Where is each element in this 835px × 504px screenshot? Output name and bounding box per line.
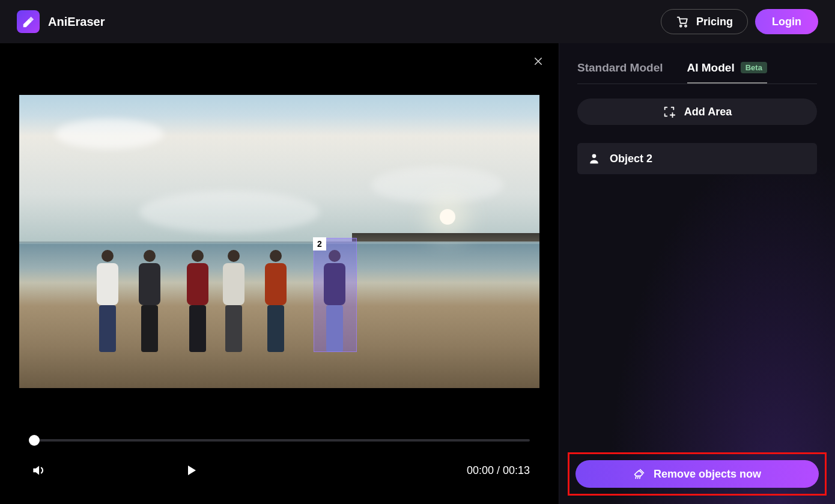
login-button[interactable]: Login — [755, 9, 818, 34]
add-area-button[interactable]: Add Area — [577, 99, 817, 125]
spacer — [577, 174, 817, 452]
decor-cloud — [139, 191, 320, 233]
volume-button[interactable] — [29, 461, 48, 480]
progress-track — [29, 439, 530, 442]
pricing-button[interactable]: Pricing — [661, 9, 748, 34]
time-current: 00:00 — [467, 464, 494, 476]
remove-objects-button[interactable]: Remove objects now — [575, 460, 819, 488]
controls-row: 00:00 / 00:13 — [29, 461, 530, 480]
time-total: 00:13 — [503, 464, 530, 476]
object-item[interactable]: Object 2 — [577, 143, 817, 174]
tab-label: Standard Model — [577, 61, 663, 74]
time-display: 00:00 / 00:13 — [467, 464, 530, 477]
decor-person — [260, 250, 292, 352]
canvas-wrap: 2 — [0, 43, 559, 427]
main: 2 00:00 / 00:13 — [0, 43, 835, 504]
remove-label: Remove objects now — [654, 468, 761, 481]
time-sep: / — [494, 464, 503, 476]
decor-pier — [352, 233, 539, 241]
decor-person — [91, 250, 124, 352]
video-canvas[interactable]: 2 — [19, 95, 539, 388]
pricing-label: Pricing — [696, 16, 733, 28]
decor-cloud — [55, 119, 163, 149]
decor-person — [133, 250, 166, 352]
decor-person — [217, 250, 250, 352]
object-label: Object 2 — [610, 153, 652, 165]
decor-sun — [440, 209, 455, 225]
decor-cloud — [371, 167, 503, 203]
add-area-icon — [663, 105, 676, 118]
header-actions: Pricing Login — [661, 9, 818, 34]
person-icon — [588, 153, 600, 165]
tab-ai-model[interactable]: AI Model Beta — [687, 53, 767, 83]
beta-badge: Beta — [741, 62, 767, 73]
decor-horizon — [19, 241, 539, 243]
svg-point-2 — [592, 154, 597, 159]
sidebar: Standard Model AI Model Beta Add Area Ob… — [559, 43, 835, 504]
app-logo-icon — [17, 10, 40, 33]
close-button[interactable] — [530, 53, 547, 70]
decor-person — [181, 250, 214, 352]
svg-point-1 — [685, 25, 687, 27]
model-tabs: Standard Model AI Model Beta — [577, 53, 817, 84]
broom-icon — [633, 468, 645, 480]
app-header: AniEraser Pricing Login — [0, 0, 835, 43]
tab-label: AI Model — [687, 61, 735, 74]
editor-pane: 2 00:00 / 00:13 — [0, 43, 559, 504]
login-label: Login — [772, 16, 801, 28]
player-controls: 00:00 / 00:13 — [0, 427, 559, 504]
brand: AniEraser — [17, 10, 105, 33]
svg-point-0 — [680, 25, 682, 27]
selection-tag: 2 — [313, 237, 326, 250]
play-button[interactable] — [181, 461, 201, 480]
progress-bar[interactable] — [29, 434, 530, 446]
selection-box[interactable]: 2 — [314, 238, 357, 352]
cart-icon — [676, 15, 689, 28]
tab-standard-model[interactable]: Standard Model — [577, 53, 663, 83]
brand-name: AniEraser — [48, 15, 105, 29]
remove-highlight-box: Remove objects now — [568, 452, 827, 496]
progress-thumb[interactable] — [29, 435, 40, 446]
add-area-label: Add Area — [684, 106, 732, 118]
